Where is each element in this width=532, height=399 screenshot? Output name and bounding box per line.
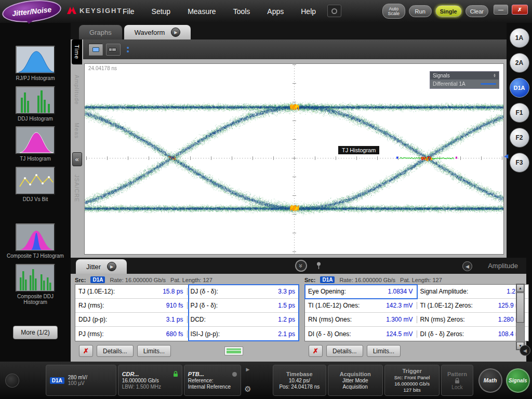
- tab-waveform[interactable]: Waveform ▶: [124, 25, 191, 39]
- clear-button[interactable]: Clear: [466, 5, 488, 17]
- split-display-button[interactable]: [106, 44, 121, 56]
- channel-status-segment[interactable]: D1A 280 mV/ 100 µV: [46, 365, 116, 396]
- vtab-time[interactable]: Time: [72, 39, 82, 64]
- menu-tools[interactable]: Tools: [233, 7, 250, 16]
- pattern-lock-icon: [455, 378, 460, 384]
- scrollbar-thumb[interactable]: [516, 292, 524, 323]
- signals-legend[interactable]: Signals ▲▼ Differential 1A: [430, 71, 499, 89]
- metric-row[interactable]: DI (δ - δ) Ones:124.5 mVDI (δ - δ) Zeros…: [305, 327, 528, 341]
- jitter-table-buttons: ✗ Details... Limits...: [75, 342, 299, 360]
- vtab-jsa-cre[interactable]: JSA/CRE: [74, 175, 80, 202]
- signals-button[interactable]: Signals: [506, 368, 530, 393]
- menu-setup[interactable]: Setup: [152, 7, 171, 16]
- menu-apps[interactable]: Apps: [267, 7, 284, 16]
- pattern-status-segment[interactable]: Pattern Lock: [441, 365, 473, 396]
- panel-collapse-left-button[interactable]: ◀: [520, 345, 530, 356]
- channel-button-1a[interactable]: 1A: [510, 28, 529, 48]
- metric-label: TI (1.0E-12) Ones:: [305, 302, 380, 309]
- vtab-amplitude[interactable]: Amplitude: [74, 75, 80, 105]
- metric-value: 1.2 ps: [262, 316, 299, 323]
- menu-measure[interactable]: Measure: [188, 7, 216, 16]
- src-channel-badge[interactable]: D1A: [90, 276, 105, 283]
- pattern-title: Pattern: [447, 371, 467, 377]
- run-button[interactable]: Run: [409, 5, 432, 17]
- rate-label: Rate: 16.000000 Gb/s: [110, 277, 166, 283]
- vertical-category-tabs: Time Amplitude Meas « JSA/CRE: [71, 39, 83, 263]
- channel-button-f1[interactable]: F1: [510, 103, 529, 123]
- metric-label: Eye Opening:: [305, 288, 380, 295]
- toolbar-more-icon[interactable]: [127, 47, 129, 52]
- trace-color-swatch: [481, 83, 496, 85]
- cdr-status-segment[interactable]: CDR... 16.000000 Gb/s LBW: 1.500 MHz: [118, 365, 182, 396]
- pin-icon[interactable]: [316, 262, 322, 270]
- channel-button-f3[interactable]: F3: [510, 153, 529, 172]
- collapse-results-button[interactable]: »: [295, 260, 307, 272]
- amplitude-delete-button[interactable]: ✗: [309, 345, 323, 357]
- app-logo[interactable]: Jitter/Noise: [1, 0, 62, 25]
- minimize-button[interactable]: —: [494, 5, 508, 15]
- metric-row[interactable]: TJ (1.0E-12):15.8 psDJ (δ - δ):3.3 ps: [75, 285, 299, 299]
- sidebar-item-rjpj-histogram[interactable]: RJ/PJ Histogram: [7, 46, 64, 82]
- metric-row[interactable]: TI (1.0E-12) Ones:142.3 mVTI (1.0E-12) Z…: [305, 299, 528, 313]
- close-button[interactable]: ✗: [512, 5, 528, 15]
- channel-button-f2[interactable]: F2: [510, 128, 529, 148]
- auto-scale-button[interactable]: Auto Scale: [382, 4, 405, 19]
- tab-jitter[interactable]: Jitter ▶: [76, 259, 127, 274]
- src-channel-badge[interactable]: D1A: [320, 276, 335, 283]
- amplitude-limits-button[interactable]: Limits...: [367, 345, 401, 357]
- metric-row[interactable]: DDJ (p-p):3.1 psDCD:1.2 ps: [75, 313, 299, 327]
- collapse-panel-button[interactable]: «: [72, 152, 82, 166]
- timebase-status-segment[interactable]: Timebase 10.42 ps/ Pos: 24.04178 ns: [273, 365, 326, 396]
- jitter-tab-menu-icon[interactable]: ▶: [107, 262, 116, 271]
- screenshot-button[interactable]: [327, 5, 341, 17]
- trigger-status-segment[interactable]: Trigger Src: Front Panel 16.000000 Gb/s …: [384, 365, 440, 396]
- scroll-tabs-left-button[interactable]: ◀: [462, 261, 472, 271]
- metric-row[interactable]: RN (rms) Ones:1.300 mVRN (rms) Zeros:1.2…: [305, 313, 528, 327]
- menu-bar: File Setup Measure Tools Apps Help: [123, 0, 316, 23]
- metric-row[interactable]: RJ (rms):910 fsPJ (δ - δ):1.5 ps: [75, 299, 299, 313]
- metric-value: 910 fs: [151, 302, 187, 309]
- sidebar-item-tj-histogram[interactable]: TJ Histogram: [7, 126, 64, 162]
- sidebar-item-label: TJ Histogram: [7, 156, 64, 162]
- vtab-meas[interactable]: Meas: [74, 123, 80, 139]
- scroll-up-button[interactable]: ▲: [516, 284, 524, 292]
- channel-button-2a[interactable]: 2A: [510, 53, 529, 73]
- jitter-delete-button[interactable]: ✗: [79, 345, 93, 357]
- more-pages-button[interactable]: More (1/2): [13, 326, 58, 339]
- eye-diagram-plot[interactable]: 24.04178 ns Signals ▲▼ Differential 1A T…: [84, 63, 504, 255]
- menu-file[interactable]: File: [123, 7, 135, 16]
- math-button[interactable]: Math: [478, 368, 502, 393]
- sidebar-item-ddj-vs-bit[interactable]: DDJ Vs Bit: [7, 167, 64, 203]
- single-button[interactable]: Single: [435, 5, 462, 17]
- ptb-status-segment[interactable]: PTB... Reference: Internal Reference: [184, 365, 241, 396]
- tj-histogram-label[interactable]: TJ Histogram: [338, 146, 379, 154]
- sidebar-item-composite-ddj-histogram[interactable]: Composite DDJ Histogram: [7, 264, 64, 305]
- jitter-details-button[interactable]: Details...: [97, 345, 134, 357]
- waveform-tab-menu-icon[interactable]: ▶: [171, 28, 180, 37]
- tab-amplitude[interactable]: Amplitude: [488, 262, 518, 270]
- timebase-scale: 10.42 ps/: [289, 378, 310, 383]
- amplitude-details-button[interactable]: Details...: [326, 345, 363, 357]
- jitter-limits-button[interactable]: Limits...: [137, 345, 171, 357]
- gear-icon[interactable]: ⚙: [244, 384, 251, 394]
- metric-value: 1.5 ps: [262, 302, 299, 309]
- front-panel-knob[interactable]: [5, 374, 19, 388]
- auto-scale-label-2: Scale: [388, 11, 400, 16]
- metric-row[interactable]: Eye Opening:1.0834 VSignal Amplitude:1.2…: [305, 285, 528, 299]
- app-logo-label: Jitter/Noise: [11, 5, 52, 18]
- sidebar-item-composite-tj-histogram[interactable]: Composite TJ Histogram: [7, 223, 64, 259]
- vertical-scrollbar[interactable]: ▲ ▼: [516, 284, 525, 350]
- sidebar-item-ddj-histogram[interactable]: DDJ Histogram: [7, 86, 64, 122]
- acquisition-status-segment[interactable]: Acquisition Jitter Mode Acquisition: [328, 365, 383, 396]
- tab-graphs[interactable]: Graphs: [79, 25, 122, 39]
- metric-row[interactable]: PJ (rms):680 fsISI-J (p-p):2.1 ps: [75, 327, 299, 341]
- legend-scroll-icons[interactable]: ▲▼: [493, 74, 496, 77]
- expand-right-icon[interactable]: ▶: [246, 367, 249, 372]
- metric-label: RJ (rms):: [75, 302, 151, 309]
- eye-diagram-canvas[interactable]: [85, 64, 503, 254]
- menu-help[interactable]: Help: [301, 7, 316, 16]
- channel-button-d1a[interactable]: D1A: [510, 78, 529, 98]
- display-icon: [92, 47, 99, 52]
- single-display-button[interactable]: [88, 44, 103, 56]
- keysight-spark-icon: [66, 6, 77, 15]
